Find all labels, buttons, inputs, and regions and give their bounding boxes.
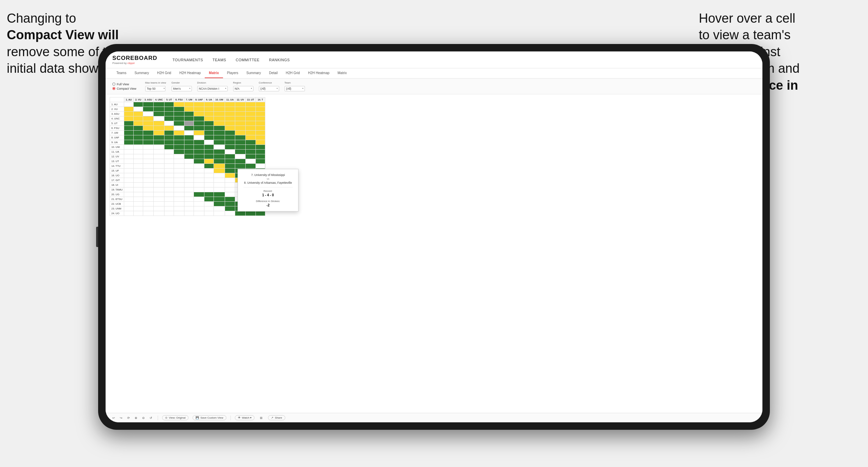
matrix-cell[interactable] [174,131,184,135]
matrix-cell[interactable] [214,102,225,107]
matrix-cell[interactable] [184,131,194,135]
matrix-cell[interactable] [164,206,174,211]
matrix-cell[interactable] [134,192,143,197]
matrix-cell[interactable] [184,126,194,131]
matrix-cell[interactable] [214,126,225,131]
matrix-cell[interactable] [225,126,235,131]
matrix-cell[interactable] [164,192,174,197]
matrix-cell[interactable] [204,211,214,216]
matrix-cell[interactable] [255,159,265,164]
matrix-cell[interactable] [143,126,154,131]
matrix-cell[interactable] [154,211,164,216]
matrix-cell[interactable] [204,187,214,192]
matrix-cell[interactable] [143,187,154,192]
nav-tournaments[interactable]: TOURNAMENTS [173,58,203,62]
matrix-cell[interactable] [154,206,164,211]
matrix-cell[interactable] [154,154,164,159]
matrix-cell[interactable] [174,135,184,140]
matrix-cell[interactable] [204,116,214,121]
matrix-cell[interactable] [235,159,245,164]
matrix-cell[interactable] [204,159,214,164]
matrix-cell[interactable] [204,135,214,140]
full-view-option[interactable]: Full View [112,83,136,86]
matrix-cell[interactable] [124,135,134,140]
toolbar-view-original-btn[interactable]: ⊙ View: Original [162,415,188,420]
matrix-cell[interactable] [174,173,184,178]
matrix-cell[interactable] [214,183,225,187]
matrix-cell[interactable] [235,112,245,116]
matrix-cell[interactable] [134,183,143,187]
matrix-cell[interactable] [245,164,255,169]
matrix-cell[interactable] [204,173,214,178]
matrix-cell[interactable] [164,169,174,173]
matrix-cell[interactable] [134,145,143,150]
matrix-cell[interactable] [134,112,143,116]
matrix-cell[interactable] [154,178,164,183]
matrix-cell[interactable] [174,178,184,183]
matrix-cell[interactable] [225,169,235,173]
matrix-cell[interactable] [245,154,255,159]
matrix-cell[interactable] [174,169,184,173]
matrix-cell[interactable] [143,178,154,183]
matrix-cell[interactable] [164,131,174,135]
matrix-cell[interactable] [194,202,204,206]
matrix-cell[interactable] [245,150,255,154]
matrix-cell[interactable] [245,140,255,145]
matrix-cell[interactable] [134,107,143,112]
toolbar-zoom-out-btn[interactable]: ⊖ [141,416,146,420]
matrix-cell[interactable] [154,159,164,164]
matrix-cell[interactable] [143,112,154,116]
nav-committee[interactable]: COMMITTEE [236,58,260,62]
toolbar-save-custom-btn[interactable]: 💾 Save Custom View [193,415,226,420]
tab-teams[interactable]: Teams [112,68,130,78]
matrix-cell[interactable] [184,154,194,159]
matrix-cell[interactable] [225,159,235,164]
matrix-cell[interactable] [164,112,174,116]
matrix-cell[interactable] [245,116,255,121]
matrix-cell[interactable] [174,197,184,202]
matrix-cell[interactable] [225,150,235,154]
matrix-cell[interactable] [225,145,235,150]
matrix-cell[interactable] [174,183,184,187]
matrix-cell[interactable] [204,183,214,187]
matrix-cell[interactable] [124,140,134,145]
matrix-cell[interactable] [225,140,235,145]
matrix-cell[interactable] [124,159,134,164]
matrix-cell[interactable] [154,126,164,131]
matrix-cell[interactable] [174,154,184,159]
matrix-cell[interactable] [143,107,154,112]
matrix-cell[interactable] [143,192,154,197]
matrix-cell[interactable] [194,173,204,178]
matrix-cell[interactable] [143,121,154,126]
matrix-cell[interactable] [164,187,174,192]
matrix-cell[interactable] [235,121,245,126]
matrix-cell[interactable] [143,202,154,206]
matrix-cell[interactable] [194,131,204,135]
matrix-cell[interactable] [154,102,164,107]
matrix-cell[interactable] [225,121,235,126]
matrix-cell[interactable] [164,183,174,187]
matrix-cell[interactable] [134,164,143,169]
tab-players[interactable]: Players [223,68,242,78]
tab-summary2[interactable]: Summary [242,68,265,78]
matrix-cell[interactable] [174,140,184,145]
matrix-cell[interactable] [134,187,143,192]
matrix-cell[interactable] [184,183,194,187]
matrix-cell[interactable] [134,173,143,178]
matrix-cell[interactable] [204,112,214,116]
matrix-cell[interactable] [184,145,194,150]
matrix-cell[interactable] [143,140,154,145]
toolbar-undo-btn[interactable]: ↩ [111,416,116,420]
matrix-cell[interactable] [235,126,245,131]
matrix-cell[interactable] [184,192,194,197]
conference-select[interactable]: (All) [259,86,279,91]
matrix-cell[interactable] [154,173,164,178]
matrix-cell[interactable] [164,154,174,159]
matrix-cell[interactable] [154,131,164,135]
matrix-cell[interactable] [143,183,154,187]
matrix-cell[interactable] [174,126,184,131]
team-select[interactable]: (All) [285,86,305,91]
matrix-cell[interactable] [164,202,174,206]
matrix-cell[interactable] [154,202,164,206]
matrix-cell[interactable] [214,206,225,211]
